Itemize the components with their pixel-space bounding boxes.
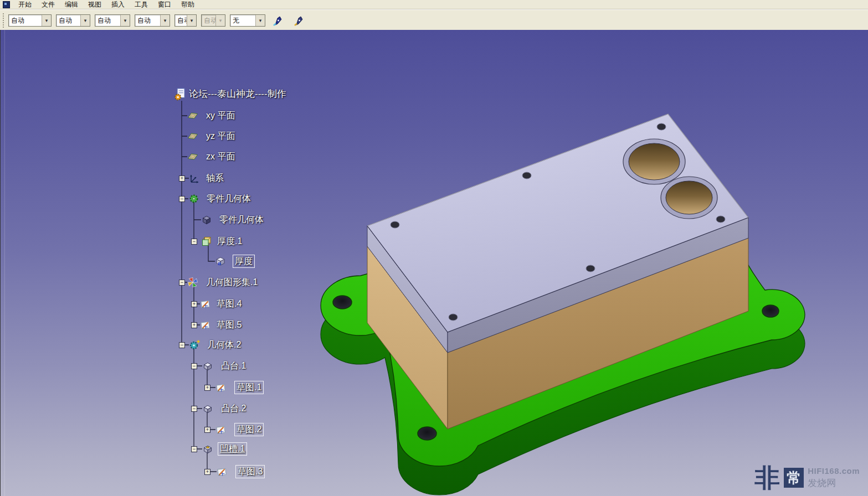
plane-icon[interactable] bbox=[187, 110, 198, 121]
toolbar-combo-4[interactable]: 自动 bbox=[135, 14, 170, 27]
toolbar-combo-1[interactable]: 自动 bbox=[8, 14, 52, 27]
tree-expander-geomset-1[interactable] bbox=[179, 280, 185, 286]
pen-blue-icon[interactable] bbox=[271, 13, 286, 28]
menu-items: 开始文件编辑视图插入工具窗口帮助 bbox=[13, 0, 199, 9]
toolbar-combo-5[interactable]: 自动 bbox=[174, 14, 197, 27]
partbody-icon[interactable] bbox=[188, 193, 199, 204]
tree-expander-thickness-1[interactable] bbox=[191, 239, 197, 245]
tree-item-partbody-child[interactable]: 零件几何体 bbox=[219, 213, 264, 226]
menu-bar: 开始文件编辑视图插入工具窗口帮助 bbox=[0, 0, 868, 9]
pen-blue-icon bbox=[272, 14, 285, 27]
tree-expander-axis-system[interactable] bbox=[179, 175, 185, 182]
combo-value: 自动 bbox=[9, 16, 24, 25]
pen-gold-icon[interactable] bbox=[292, 13, 307, 28]
axis-icon[interactable] bbox=[189, 173, 200, 184]
tree-item-sketch-2[interactable]: 草图.2 bbox=[234, 423, 264, 436]
tree-item-root[interactable]: 论坛---泰山神龙----制作 bbox=[189, 87, 286, 101]
tree-item-yz-plane[interactable]: yz 平面 bbox=[206, 130, 235, 143]
tree-item-xy-plane[interactable]: xy 平面 bbox=[206, 109, 235, 122]
tree-expander-sketch-1[interactable] bbox=[204, 385, 210, 391]
menu-item-view[interactable]: 视图 bbox=[83, 0, 106, 9]
tree-expander-pad-1[interactable] bbox=[191, 363, 197, 369]
tree-expander-sketch-4[interactable] bbox=[191, 301, 197, 307]
tree-expander-body-2[interactable] bbox=[179, 342, 185, 348]
combo-value: 无 bbox=[230, 16, 239, 25]
tree-item-pad-2[interactable]: 凸台.2 bbox=[221, 402, 246, 415]
combo-arrow-icon[interactable] bbox=[215, 15, 225, 26]
tree-item-body-2[interactable]: 几何体.2 bbox=[207, 338, 241, 352]
plane-icon[interactable] bbox=[187, 151, 198, 162]
tree-item-sketch-4[interactable]: 草图.4 bbox=[217, 297, 242, 311]
body2-icon[interactable] bbox=[189, 339, 200, 350]
tree-item-zx-plane[interactable]: zx 平面 bbox=[206, 150, 235, 163]
toolbar-combo-3[interactable]: 自动 bbox=[95, 14, 130, 27]
combo-arrow-icon[interactable] bbox=[160, 15, 170, 26]
combo-arrow-icon[interactable] bbox=[42, 15, 51, 26]
app-icon bbox=[3, 1, 10, 8]
combo-value: 自动 bbox=[202, 16, 215, 25]
combo-value: 自动 bbox=[57, 16, 72, 25]
sketch-icon[interactable] bbox=[217, 466, 228, 477]
sketch-icon[interactable] bbox=[200, 298, 211, 309]
pad-icon[interactable] bbox=[202, 403, 213, 414]
cube-icon[interactable] bbox=[201, 214, 212, 225]
combo-arrow-icon[interactable] bbox=[120, 15, 130, 26]
combo-strip: 自动自动自动自动自动自动无 bbox=[8, 14, 265, 27]
pad-icon[interactable] bbox=[202, 360, 213, 371]
combo-arrow-icon[interactable] bbox=[80, 15, 90, 26]
tree-item-sketch-1[interactable]: 草图.1 bbox=[234, 381, 264, 394]
sketch-icon[interactable] bbox=[200, 319, 211, 330]
toolbar-combo-6[interactable]: 自动 bbox=[201, 14, 225, 27]
tree-item-axis-system[interactable]: 轴系 bbox=[206, 172, 224, 185]
combo-value: 自动 bbox=[135, 16, 151, 25]
toolbar-combo-7[interactable]: 无 bbox=[230, 14, 265, 27]
tree-expander-pad-2[interactable] bbox=[191, 406, 197, 412]
menu-item-insert[interactable]: 插入 bbox=[106, 0, 130, 9]
menu-item-edit[interactable]: 编辑 bbox=[60, 0, 83, 9]
root-icon[interactable] bbox=[174, 87, 187, 101]
combo-value: 自动 bbox=[175, 16, 187, 25]
toolbar: 自动自动自动自动自动自动无 bbox=[0, 9, 868, 32]
tree-item-pocket-1[interactable]: 凹槽.1 bbox=[218, 442, 247, 456]
pocket-icon[interactable] bbox=[202, 443, 213, 454]
thickness-face-icon[interactable] bbox=[215, 256, 226, 267]
tree-expander-sketch-5[interactable] bbox=[191, 322, 197, 328]
menu-item-tools[interactable]: 工具 bbox=[130, 0, 153, 9]
tree-item-pad-1[interactable]: 凸台.1 bbox=[221, 359, 246, 373]
tree-connector-lines bbox=[1, 30, 868, 496]
3d-viewport[interactable]: 论坛---泰山神龙----制作xy 平面yz 平面zx 平面轴系零件几何体零件几… bbox=[0, 30, 868, 496]
toolbar-grip[interactable] bbox=[3, 13, 6, 28]
tree-item-partbody[interactable]: 零件几何体 bbox=[207, 192, 251, 205]
thickness-icon[interactable] bbox=[201, 236, 212, 247]
tree-item-geomset-1[interactable]: 几何图形集.1 bbox=[206, 276, 258, 289]
combo-arrow-icon[interactable] bbox=[187, 15, 196, 26]
tree-expander-sketch-3[interactable] bbox=[204, 469, 210, 475]
menu-item-start[interactable]: 开始 bbox=[13, 0, 37, 9]
tree-item-sketch-5[interactable]: 草图.5 bbox=[217, 318, 242, 332]
menu-item-window[interactable]: 窗口 bbox=[153, 0, 176, 9]
tree-item-thickness[interactable]: 厚度 bbox=[233, 255, 255, 268]
combo-value: 自动 bbox=[95, 16, 111, 25]
tree-expander-partbody[interactable] bbox=[179, 196, 185, 202]
toolbar-combo-2[interactable]: 自动 bbox=[56, 14, 90, 27]
tree-expander-pocket-1[interactable] bbox=[191, 446, 197, 452]
tree-expander-sketch-2[interactable] bbox=[204, 427, 210, 433]
menu-item-file[interactable]: 文件 bbox=[37, 0, 60, 9]
menu-item-help[interactable]: 帮助 bbox=[176, 0, 199, 9]
sketch-icon[interactable] bbox=[215, 382, 227, 393]
combo-arrow-icon[interactable] bbox=[255, 15, 265, 26]
pen-gold-icon bbox=[293, 14, 306, 27]
plane-icon[interactable] bbox=[187, 131, 198, 142]
sketch-icon[interactable] bbox=[215, 424, 227, 435]
tree-item-thickness-1[interactable]: 厚度.1 bbox=[217, 235, 242, 248]
tree-item-sketch-3[interactable]: 草图.3 bbox=[235, 465, 265, 478]
geomset-icon[interactable] bbox=[187, 277, 198, 288]
specification-tree: 论坛---泰山神龙----制作xy 平面yz 平面zx 平面轴系零件几何体零件几… bbox=[1, 30, 868, 496]
